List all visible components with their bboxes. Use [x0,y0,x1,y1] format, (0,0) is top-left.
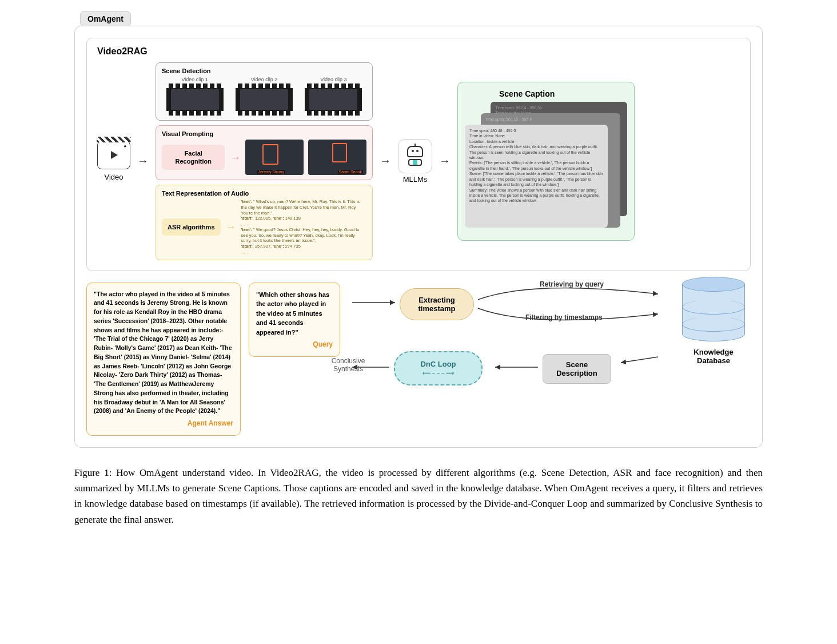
video2rag-box: Video2RAG ✦ Video → Scene Detection Vide… [86,38,751,271]
conclusive-synthesis-label: Conclusive Synthesis [322,357,374,373]
film-icon [305,84,362,116]
asr-title: Text Representation of Audio [162,190,366,197]
face-name: Sarah Snook [338,170,363,174]
mllm-label: MLLMs [403,175,428,184]
knowledge-database: Knowledge Database [676,277,751,365]
arrow-icon: → [380,154,391,168]
agent-answer-box: "The actor who played in the video at 5 … [86,283,241,436]
mllm-node: MLLMs [398,139,432,184]
scene-detection-module: Scene Detection Video clip 1 Video clip … [156,62,373,121]
face-image: Jeremy Strong [245,140,304,175]
video-label: Video [104,173,123,181]
play-icon [111,151,118,159]
caption-card-front: Time span: 480.48 - 492.0 Time in video:… [465,125,608,228]
film-icon [236,84,293,116]
dnc-loop-node: DnC Loop ⟵ – – – ⟶ [394,351,483,385]
agent-answer-text: "The actor who played in the video at 5 … [94,291,232,415]
clip-label: Video clip 1 [181,77,208,82]
arrow-icon: → [439,154,451,168]
retrieve-label: Retrieving by query [540,280,604,288]
database-label: Knowledge Database [676,348,751,365]
clip-label: Video clip 2 [251,77,277,82]
film-icon [166,84,224,116]
robot-icon [398,139,432,173]
facial-recognition-tag: Facial Recognition [162,145,225,170]
scene-description-node: Scene Description [543,354,611,384]
scene-caption-title: Scene Caption [499,89,627,98]
flow-graph: Extracting timestamp Retrieving by query… [348,283,751,431]
arrow-icon: → [229,151,241,164]
filter-label: Filtering by timestamps [525,313,603,321]
bottom-flow: "The actor who played in the video at 5 … [86,283,751,436]
arrow-icon: → [137,154,149,168]
figure-caption: Figure 1: How OmAgent understand video. … [74,465,763,527]
visual-prompting-module: Visual Prompting Facial Recognition → Je… [156,125,373,180]
face-name: Jeremy Strong [257,170,285,174]
video2rag-title: Video2RAG [97,46,740,57]
extract-timestamp-node: Extracting timestamp [400,288,474,320]
visual-prompting-title: Visual Prompting [162,130,366,137]
asr-module: Text Representation of Audio ASR algorit… [156,185,373,260]
agent-answer-label: Agent Answer [94,418,233,428]
processing-modules: Scene Detection Video clip 1 Video clip … [156,62,373,260]
scene-caption-panel: Scene Caption Time span: 952.4 - 956.36 … [457,82,635,241]
scene-detection-title: Scene Detection [162,67,366,74]
loop-arrow-icon: ⟵ – – – ⟶ [423,370,455,376]
database-icon [682,277,745,345]
query-text: "Which other shows has the actor who pla… [256,291,329,336]
arrow-icon: → [225,220,237,233]
query-box: "Which other shows has the actor who pla… [249,283,340,357]
query-label: Query [256,339,333,349]
video-input: ✦ Video [97,141,130,181]
face-image: Sarah Snook [308,140,366,175]
asr-tag: ASR algorithms [162,218,221,236]
omagent-tag: OmAgent [80,11,131,26]
clip-label: Video clip 3 [320,77,346,82]
asr-output: 'text': " What's up, man? We're here, Mr… [241,199,366,255]
main-diagram: Video2RAG ✦ Video → Scene Detection Vide… [74,26,763,448]
clapperboard-icon: ✦ [97,141,130,169]
